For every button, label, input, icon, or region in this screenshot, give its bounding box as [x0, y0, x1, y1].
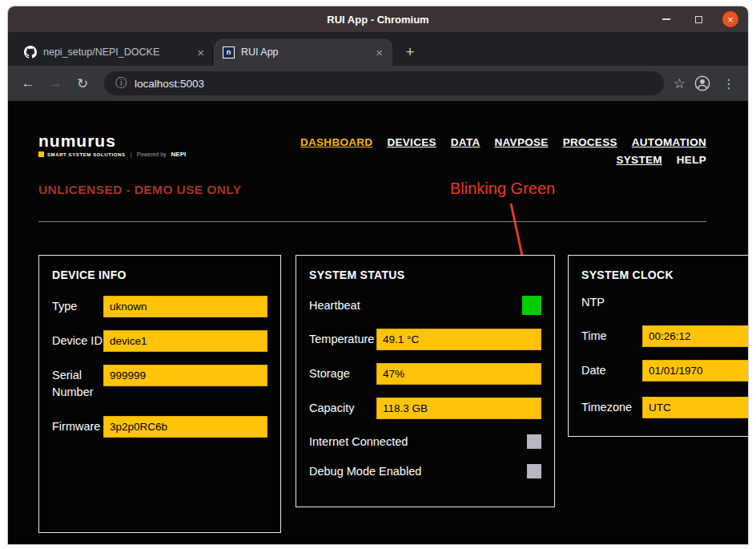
field-type: Type — [52, 296, 267, 317]
debug-mode-label: Debug Mode Enabled — [309, 465, 421, 478]
github-icon — [24, 46, 37, 59]
field-capacity: Capacity — [309, 398, 541, 419]
ntp-row: NTP — [581, 296, 748, 309]
license-banner: UNLICENSED - DEMO USE ONLY — [38, 183, 242, 197]
field-label: Date — [581, 360, 642, 379]
date-input[interactable] — [642, 360, 748, 381]
window-controls: × — [658, 6, 738, 32]
page-content: numurus SMART SYSTEM SOLUTIONS | Powered… — [8, 101, 748, 544]
serial-number-input[interactable] — [103, 365, 267, 386]
field-storage: Storage — [309, 363, 541, 385]
field-device-id: Device ID — [52, 330, 267, 352]
internet-connected-row: Internet Connected — [309, 434, 541, 449]
browser-toolbar: ← → ↻ ⓘ localhost:5003 ☆ ⋮ — [8, 66, 748, 101]
minimize-button[interactable] — [658, 11, 674, 27]
firmware-input[interactable] — [103, 416, 267, 438]
numurus-logo: numurus SMART SYSTEM SOLUTIONS | Powered… — [38, 133, 186, 158]
field-time: Time — [581, 325, 748, 347]
new-tab-button[interactable]: + — [399, 41, 421, 63]
field-label: Type — [52, 296, 103, 315]
field-label: Storage — [309, 363, 376, 382]
capacity-input[interactable] — [376, 398, 541, 419]
maximize-icon — [695, 16, 702, 23]
back-button[interactable]: ← — [16, 71, 40, 95]
heartbeat-row: Heartbeat — [309, 296, 541, 315]
nav-row-1: DASHBOARD DEVICES DATA NAVPOSE PROCESS A… — [300, 136, 706, 148]
nav-help[interactable]: HELP — [677, 154, 706, 166]
storage-input[interactable] — [376, 363, 541, 385]
field-label: Temperature — [309, 329, 376, 348]
field-label: Timezone — [581, 397, 642, 416]
brand-tagline: SMART SYSTEM SOLUTIONS — [47, 152, 126, 157]
tab-strip: nepi_setup/NEPI_DOCKE × n RUI App × + — [8, 32, 748, 66]
tab-close-icon[interactable]: × — [374, 46, 384, 59]
tab-label: RUI App — [241, 46, 368, 58]
nav-system[interactable]: SYSTEM — [616, 154, 662, 166]
brand-subline: SMART SYSTEM SOLUTIONS | Powered by NEPI — [38, 151, 186, 158]
maximize-button[interactable] — [690, 11, 706, 27]
forward-button[interactable]: → — [43, 71, 67, 95]
main-nav: DASHBOARD DEVICES DATA NAVPOSE PROCESS A… — [300, 136, 706, 166]
powered-by-label: Powered by — [137, 151, 167, 157]
annotation-blinking-green: Blinking Green — [450, 180, 555, 198]
header-divider — [38, 221, 706, 222]
nav-process[interactable]: PROCESS — [563, 136, 617, 148]
browser-window: RUI App - Chromium × nepi_setup/NEPI_DOC… — [8, 6, 748, 544]
minimize-icon — [662, 18, 670, 20]
nav-devices[interactable]: DEVICES — [387, 136, 436, 148]
type-input[interactable] — [103, 296, 267, 317]
url-text[interactable]: localhost:5003 — [135, 78, 204, 90]
brand-name: numurus — [38, 133, 186, 149]
site-info-icon[interactable]: ⓘ — [115, 76, 127, 91]
close-window-button[interactable]: × — [722, 11, 738, 27]
panel-title: SYSTEM CLOCK — [581, 268, 748, 281]
temperature-input[interactable] — [376, 329, 541, 350]
brand-chip-icon — [38, 151, 44, 157]
nav-dashboard[interactable]: DASHBOARD — [300, 136, 372, 148]
system-clock-panel: SYSTEM CLOCK NTP Time Date Timezone — [568, 255, 748, 437]
field-label: Device ID — [52, 330, 103, 349]
window-titlebar: RUI App - Chromium × — [8, 6, 748, 32]
device-id-input[interactable] — [103, 330, 267, 352]
field-serial-number: Serial Number — [52, 365, 267, 401]
internet-connected-label: Internet Connected — [309, 435, 408, 448]
field-label: Time — [581, 325, 642, 345]
tab-github[interactable]: nepi_setup/NEPI_DOCKE × — [16, 38, 215, 66]
time-input[interactable] — [642, 325, 748, 347]
nav-automation[interactable]: AUTOMATION — [632, 136, 706, 148]
brand-separator: | — [131, 151, 132, 158]
timezone-input[interactable] — [642, 397, 748, 418]
ntp-label: NTP — [581, 296, 605, 309]
profile-avatar-icon[interactable] — [694, 75, 711, 92]
field-temperature: Temperature — [309, 329, 541, 350]
reload-button[interactable]: ↻ — [70, 71, 94, 95]
nav-navpose[interactable]: NAVPOSE — [495, 136, 549, 148]
field-label: Firmware — [52, 416, 103, 435]
nepi-brand-label: NEPI — [171, 151, 187, 158]
field-timezone: Timezone — [581, 397, 748, 418]
field-date: Date — [581, 360, 748, 381]
window-title: RUI App - Chromium — [327, 14, 428, 26]
browser-menu-icon[interactable]: ⋮ — [719, 76, 738, 91]
address-bar[interactable]: ⓘ localhost:5003 — [104, 71, 664, 95]
panel-title: DEVICE INFO — [52, 268, 267, 281]
heartbeat-label: Heartbeat — [309, 299, 360, 312]
internet-connected-indicator — [527, 434, 541, 449]
debug-mode-indicator — [527, 464, 541, 478]
tab-close-icon[interactable]: × — [195, 46, 206, 59]
bookmark-star-icon[interactable]: ☆ — [674, 75, 686, 92]
tab-rui-app[interactable]: n RUI App × — [215, 38, 392, 66]
nepi-favicon-icon: n — [223, 46, 235, 59]
nav-row-2: SYSTEM HELP — [616, 154, 706, 166]
heartbeat-indicator — [522, 296, 541, 315]
field-firmware: Firmware — [52, 416, 267, 438]
tab-label: nepi_setup/NEPI_DOCKE — [43, 46, 189, 58]
system-status-panel: SYSTEM STATUS Heartbeat Temperature Stor… — [296, 255, 555, 507]
nav-data[interactable]: DATA — [451, 136, 481, 148]
debug-mode-row: Debug Mode Enabled — [309, 464, 541, 478]
device-info-panel: DEVICE INFO Type Device ID Serial Number… — [38, 255, 281, 533]
panel-title: SYSTEM STATUS — [309, 268, 541, 281]
toolbar-actions: ☆ ⋮ — [674, 75, 740, 92]
field-label: Capacity — [309, 398, 376, 417]
field-label: Serial Number — [52, 365, 103, 401]
